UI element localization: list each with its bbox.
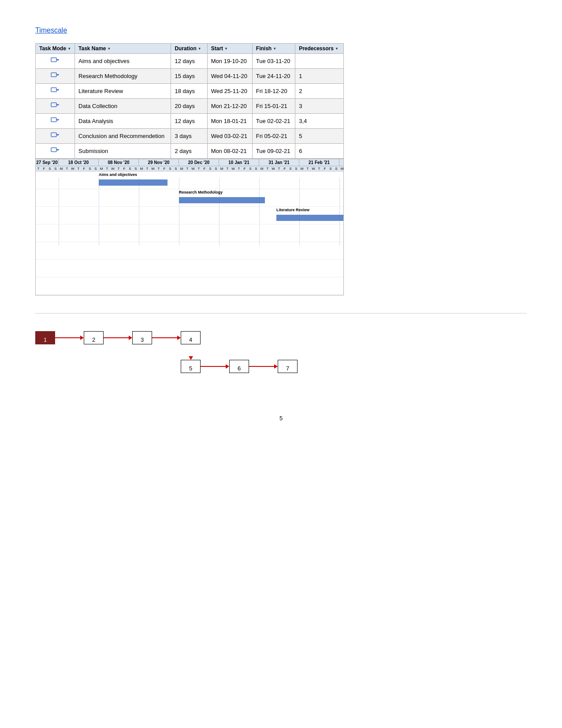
flow-arrow	[201, 366, 226, 367]
task-name-cell: Data Collection	[75, 99, 171, 114]
gantt-day-header: F	[242, 166, 248, 171]
gantt-bar	[179, 197, 265, 203]
flow-arrowhead	[80, 336, 84, 340]
th-task-name[interactable]: Task Name ▼	[75, 44, 171, 54]
flow-box-2: 2	[84, 331, 104, 344]
gantt-day-header: T	[276, 166, 282, 171]
table-row: Data Analysis 12 days Mon 18-01-21 Tue 0…	[36, 114, 344, 129]
predecessors-cell: 6	[295, 144, 344, 159]
th-task-mode[interactable]: Task Mode ▼	[36, 44, 75, 54]
finish-cell: Fri 18-12-20	[252, 84, 295, 99]
task-mode-sort-icon[interactable]: ▼	[67, 47, 71, 51]
start-cell: Mon 19-10-20	[207, 54, 252, 69]
task-name-sort-icon[interactable]: ▼	[108, 47, 111, 51]
gantt-day-header: T	[145, 166, 150, 171]
start-cell: Mon 18-01-21	[207, 114, 252, 129]
th-finish[interactable]: Finish ▼	[252, 44, 295, 54]
gantt-day-header: F	[162, 166, 167, 171]
gantt-day-header: M	[139, 166, 145, 171]
duration-cell: 20 days	[171, 99, 207, 114]
start-cell: Wed 25-11-20	[207, 84, 252, 99]
task-mode-cell	[36, 99, 75, 114]
gantt-day-header: W	[110, 166, 116, 171]
page-number: 5	[35, 415, 527, 422]
gantt-bar	[99, 179, 167, 186]
gantt-day-header: W	[271, 166, 276, 171]
gantt-day-header: S	[133, 166, 139, 171]
gantt-bar	[276, 215, 344, 221]
duration-cell: 2 days	[171, 144, 207, 159]
start-cell: Mon 21-12-20	[207, 99, 252, 114]
gantt-day-header: S	[208, 166, 213, 171]
gantt-day-header: F	[82, 166, 87, 171]
predecessors-cell: 2	[295, 84, 344, 99]
gantt-day-header: S	[213, 166, 219, 171]
duration-cell: 3 days	[171, 129, 207, 144]
start-sort-icon[interactable]: ▼	[224, 47, 228, 51]
gantt-day-header: S	[173, 166, 179, 171]
predecessors-cell: 3,4	[295, 114, 344, 129]
start-cell: Wed 04-11-20	[207, 69, 252, 84]
th-predecessors[interactable]: Predecessors ▼	[295, 44, 344, 54]
task-name-cell: Aims and objectives	[75, 54, 171, 69]
flow-box-3: 3	[132, 331, 152, 344]
gantt-day-header: T	[185, 166, 190, 171]
gantt-day-header: S	[288, 166, 294, 171]
task-mode-cell	[36, 84, 75, 99]
gantt-chart: 27 Sep '2018 Oct '2008 Nov '2029 Nov '20…	[35, 159, 344, 295]
duration-cell: 12 days	[171, 54, 207, 69]
predecessors-cell: 3	[295, 99, 344, 114]
gantt-day-header: S	[328, 166, 334, 171]
start-cell: Mon 08-02-21	[207, 144, 252, 159]
gantt-day-header: T	[156, 166, 162, 171]
task-mode-cell	[36, 129, 75, 144]
gantt-day-header: M	[259, 166, 265, 171]
gantt-day-header: F	[41, 166, 47, 171]
gantt-day-header: S	[87, 166, 93, 171]
section-title: Timescale	[35, 26, 527, 34]
gantt-day-header: M	[59, 166, 64, 171]
flow-arrowhead	[177, 336, 181, 340]
table-row: Conclusion and Recommendetion 3 days Wed…	[36, 129, 344, 144]
start-cell: Wed 03-02-21	[207, 129, 252, 144]
flow-diagram: 1234567	[35, 327, 344, 388]
gantt-bar-label: Aims and objectives	[99, 172, 137, 177]
gantt-week-header: 29 Nov '20	[139, 159, 179, 166]
flow-box-7: 7	[278, 360, 298, 373]
gantt-bar-label: Literature Review	[276, 208, 309, 212]
th-start[interactable]: Start ▼	[207, 44, 252, 54]
predecessors-sort-icon[interactable]: ▼	[335, 47, 339, 51]
finish-cell: Fri 15-01-21	[252, 99, 295, 114]
svg-rect-9	[51, 103, 56, 107]
predecessors-cell	[295, 54, 344, 69]
gantt-day-header: S	[53, 166, 59, 171]
duration-sort-icon[interactable]: ▼	[198, 47, 201, 51]
gantt-day-header: S	[93, 166, 99, 171]
gantt-day-header: W	[190, 166, 196, 171]
gantt-day-header: F	[282, 166, 288, 171]
duration-cell: 18 days	[171, 84, 207, 99]
finish-cell: Tue 09-02-21	[252, 144, 295, 159]
gantt-day-header: T	[104, 166, 110, 171]
svg-rect-0	[51, 58, 56, 62]
task-name-cell: Data Analysis	[75, 114, 171, 129]
flow-box-5: 5	[181, 360, 201, 373]
task-mode-cell	[36, 54, 75, 69]
finish-cell: Tue 03-11-20	[252, 54, 295, 69]
task-name-cell: Literature Review	[75, 84, 171, 99]
task-name-cell: Submission	[75, 144, 171, 159]
task-mode-cell	[36, 144, 75, 159]
gantt-day-header: T	[196, 166, 202, 171]
gantt-day-header: S	[127, 166, 133, 171]
gantt-day-header: S	[47, 166, 53, 171]
gantt-day-header: M	[219, 166, 225, 171]
gantt-day-header: M	[179, 166, 185, 171]
duration-cell: 15 days	[171, 69, 207, 84]
svg-rect-3	[51, 73, 56, 77]
task-name-cell: Conclusion and Recommendetion	[75, 129, 171, 144]
th-duration[interactable]: Duration ▼	[171, 44, 207, 54]
gantt-day-header: W	[70, 166, 76, 171]
gantt-day-header: T	[64, 166, 70, 171]
finish-sort-icon[interactable]: ▼	[273, 47, 276, 51]
gantt-day-header: T	[225, 166, 231, 171]
